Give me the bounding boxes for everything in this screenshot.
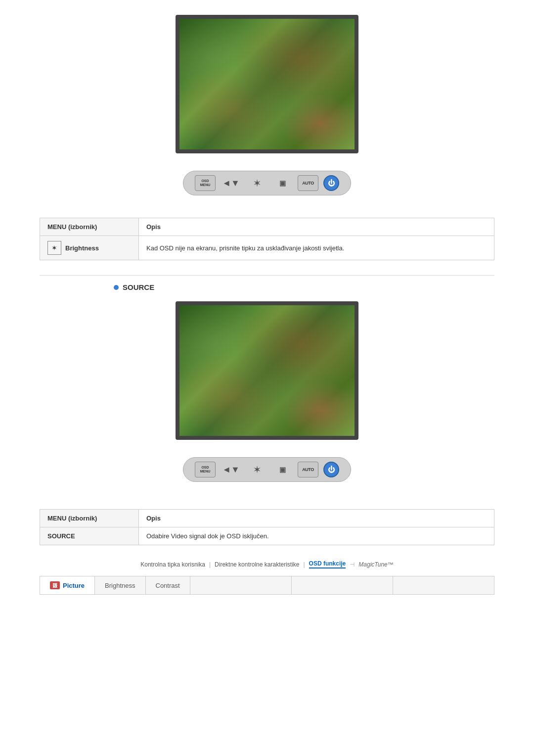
table1-menu-header: MENU (izbornik) [40,218,139,236]
nav-magictune: MagicTune™ [358,561,393,568]
nav-sep2: | [303,561,305,568]
brightness-button-1[interactable]: ✶ [246,175,267,191]
tab-brightness-label: Brightness [105,582,135,589]
nav-kontrolna[interactable]: Kontrolna tipka korisnika [140,561,205,568]
brightness-label: Brightness [65,244,99,252]
table2-desc-header: Opis [139,510,494,527]
monitor-icon-button-1[interactable]: ▣ [272,175,293,191]
source-section-heading: SOURCE [114,283,494,291]
arrow-left-button-2[interactable]: ◄▼ [221,462,241,477]
tab-brightness[interactable]: Brightness [95,576,145,594]
table1-desc-header: Opis [139,218,494,236]
monitor-image-2 [176,301,358,440]
control-bar-2: OSD MENU ◄▼ ✶ ▣ AUTO ⏻ [183,457,351,482]
table2-menu-header: MENU (izbornik) [40,510,139,527]
source-label: SOURCE [47,532,75,540]
brightness-desc-cell: Kad OSD nije na ekranu, prisnite tipku z… [139,236,494,260]
source-desc-cell: Odabire Video signal dok je OSD isključe… [139,527,494,545]
tab-contrast-label: Contrast [156,582,180,589]
tab-picture-label: Picture [63,582,85,589]
brightness-icon: ✶ [47,241,61,255]
nav-osd-funkcije[interactable]: OSD funkcije [309,560,346,568]
power-button-1[interactable]: ⏻ [323,175,339,191]
control-bar-1: OSD MENU ◄▼ ✶ ▣ AUTO ⏻ [183,171,351,195]
tab-bar: 🖼 Picture Brightness Contrast [40,576,494,595]
brightness-menu-cell: ✶ Brightness [40,236,139,260]
nav-footer: Kontrolna tipka korisnika | Direktne kon… [40,560,494,568]
menu-button-2[interactable]: OSD MENU [195,462,216,477]
divider-1 [40,275,494,276]
auto-button-2[interactable]: AUTO [298,462,318,477]
picture-tab-icon: 🖼 [50,581,60,589]
power-button-2[interactable]: ⏻ [323,462,339,477]
tab-empty-2 [292,576,393,594]
tab-empty-1 [190,576,292,594]
auto-button-1[interactable]: AUTO [298,175,318,191]
tab-empty-3 [393,576,494,594]
nav-direktne[interactable]: Direktne kontrolne karakteristike [215,561,299,568]
tab-picture[interactable]: 🖼 Picture [40,576,95,594]
source-menu-cell: SOURCE [40,527,139,545]
source-table: MENU (izbornik) Opis SOURCE Odabire Vide… [40,509,494,545]
source-dot-icon [114,285,119,290]
tab-contrast[interactable]: Contrast [146,576,190,594]
monitor-image-1 [176,15,358,153]
brightness-button-2[interactable]: ✶ [246,462,267,477]
source-heading-text: SOURCE [123,283,154,291]
monitor-icon-button-2[interactable]: ▣ [272,462,293,477]
nav-sep1: | [209,561,211,568]
brightness-table: MENU (izbornik) Opis ✶ Brightness Kad OS… [40,218,494,260]
nav-sep3: ⊣ [350,561,355,568]
menu-button-1[interactable]: OSD MENU [195,175,216,191]
arrow-left-button-1[interactable]: ◄▼ [221,175,241,191]
